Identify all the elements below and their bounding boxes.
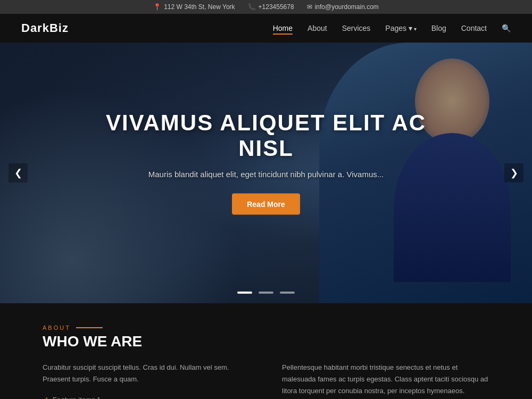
nav-link-about[interactable]: About <box>307 24 327 32</box>
about-section: ABOUT WHO WE ARE Curabitur suscipit susc… <box>0 303 532 399</box>
about-col-right: Pellentesque habitant morbi tristique se… <box>282 362 489 399</box>
hero-section: ❮ VIVAMUS ALIQUET ELIT AC NISL Mauris bl… <box>0 43 532 303</box>
slider-dot-2[interactable] <box>259 292 273 294</box>
nav-item-pages[interactable]: Pages ▾ <box>385 23 416 33</box>
slider-dot-1[interactable] <box>237 292 252 294</box>
nav-link-home[interactable]: Home <box>273 24 293 35</box>
about-title: WHO WE ARE <box>43 333 489 350</box>
email-icon: ✉ <box>307 3 312 11</box>
hero-cta-button[interactable]: Read More <box>232 194 300 215</box>
slider-next-button[interactable]: ❯ <box>504 163 523 182</box>
about-columns: Curabitur suscipit suscipit tellus. Cras… <box>43 362 489 399</box>
top-bar-phone: 📞 +123455678 <box>248 3 294 11</box>
slider-dot-3[interactable] <box>280 292 295 294</box>
search-icon[interactable]: 🔍 <box>502 24 511 32</box>
feature-list: Feature items 1 Feature items 2 Feature … <box>43 394 250 399</box>
nav-item-services[interactable]: Services <box>342 23 371 33</box>
nav-item-contact[interactable]: Contact <box>461 23 487 33</box>
nav-link-services[interactable]: Services <box>342 24 371 32</box>
top-bar-email: ✉ info@yourdomain.com <box>307 3 379 11</box>
slider-prev-button[interactable]: ❮ <box>9 163 28 182</box>
nav-menu: Home About Services Pages ▾ Blog Contact… <box>273 23 511 33</box>
about-col-left: Curabitur suscipit suscipit tellus. Cras… <box>43 362 250 399</box>
pin-icon: 📍 <box>153 3 161 11</box>
nav-item-home[interactable]: Home <box>273 23 293 33</box>
about-left-text: Curabitur suscipit suscipit tellus. Cras… <box>43 362 250 385</box>
nav-item-about[interactable]: About <box>307 23 327 33</box>
navbar: DarkBiz Home About Services Pages ▾ Blog… <box>0 14 532 43</box>
nav-link-contact[interactable]: Contact <box>461 24 487 32</box>
feature-item-1: Feature items 1 <box>43 394 250 399</box>
hero-content: VIVAMUS ALIQUET ELIT AC NISL Mauris blan… <box>80 110 452 215</box>
top-bar: 📍 112 W 34th St, New York 📞 +123455678 ✉… <box>0 0 532 14</box>
nav-search[interactable]: 🔍 <box>502 23 511 33</box>
nav-link-pages[interactable]: Pages ▾ <box>385 24 416 32</box>
slider-dots <box>237 292 295 294</box>
phone-icon: 📞 <box>248 3 256 11</box>
top-bar-address: 📍 112 W 34th St, New York <box>153 3 235 11</box>
about-label: ABOUT <box>43 325 489 331</box>
hero-title: VIVAMUS ALIQUET ELIT AC NISL <box>80 110 452 161</box>
nav-link-blog[interactable]: Blog <box>431 24 446 32</box>
brand-logo[interactable]: DarkBiz <box>21 21 69 35</box>
nav-item-blog[interactable]: Blog <box>431 23 446 33</box>
hero-subtitle: Mauris blandit aliquet elit, eget tincid… <box>80 170 452 179</box>
about-right-text: Pellentesque habitant morbi tristique se… <box>282 362 489 399</box>
